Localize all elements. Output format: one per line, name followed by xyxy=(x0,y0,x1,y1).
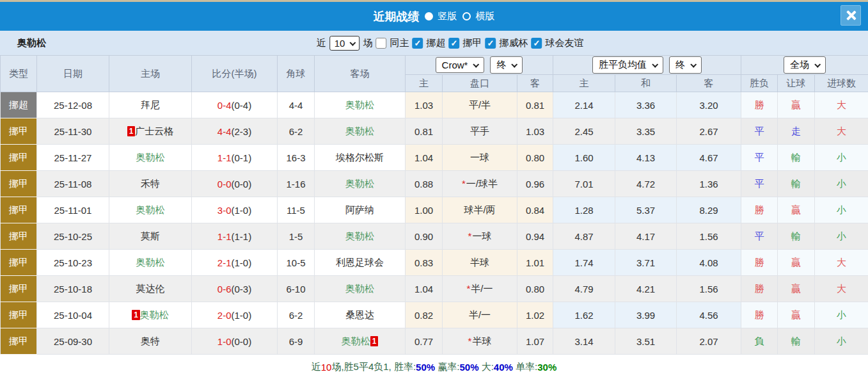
lose-odds-cell: 4.67 xyxy=(677,145,741,171)
odds-time-select[interactable]: 终 xyxy=(490,56,523,74)
team-link[interactable]: 莫斯 xyxy=(141,230,160,241)
corner-cell: 11-5 xyxy=(278,197,315,223)
radio-unselected-icon[interactable] xyxy=(462,12,471,20)
team-link[interactable]: 莫达伦 xyxy=(136,283,165,294)
home-team-cell: 1广士云格 xyxy=(109,118,192,145)
league-type-cell: 挪甲 xyxy=(1,145,37,171)
match-result-cell: 勝 xyxy=(741,250,778,276)
recent-count-select[interactable]: 10 xyxy=(329,36,360,51)
handicap-cell: 半/一 xyxy=(443,302,517,328)
match-result-cell: 勝 xyxy=(741,276,778,302)
lose-odds-cell: 1.56 xyxy=(677,223,741,250)
home-team-cell: 拜尼 xyxy=(109,92,192,118)
lose-odds-cell: 8.29 xyxy=(677,197,741,223)
league-type-cell: 挪甲 xyxy=(1,197,37,223)
col-header-score: 比分(半场) xyxy=(192,56,278,92)
league-label-nocup: 挪威杯 xyxy=(499,37,528,49)
recent-label: 近 xyxy=(317,37,326,49)
scope-select[interactable]: 全场 xyxy=(784,56,826,74)
team-link[interactable]: 奥勒松 xyxy=(345,283,374,294)
match-result-cell: 平 xyxy=(741,118,778,145)
handicap-result-cell: 贏 xyxy=(778,92,815,118)
league-checkbox-nosuper[interactable]: ✓ xyxy=(412,38,423,49)
handicap-cell: *一球 xyxy=(443,223,517,250)
home-odds-cell: 1.03 xyxy=(406,92,443,118)
league-checkbox-nofirst[interactable]: ✓ xyxy=(448,38,459,49)
draw-odds-cell: 4.17 xyxy=(615,223,677,250)
home-team-cell: 1奥勒松 xyxy=(109,302,192,328)
home-odds-cell: 1.04 xyxy=(406,145,443,171)
sub-header-away-odds: 客 xyxy=(517,75,553,92)
date-cell: 25-10-18 xyxy=(37,276,109,302)
lose-odds-cell: 4.08 xyxy=(677,250,741,276)
team-link[interactable]: 奥勒松 xyxy=(136,257,165,268)
team-link[interactable]: 阿萨纳 xyxy=(345,204,374,215)
win-odds-cell: 2.45 xyxy=(553,118,615,145)
home-odds-cell: 0.90 xyxy=(406,223,443,250)
handicap-result-cell: 贏 xyxy=(778,302,815,328)
score-cell: 2-0(1-0) xyxy=(192,302,278,328)
handicap-result-cell: 輸 xyxy=(778,223,815,250)
europe-odds-value: 胜平负均值 xyxy=(599,59,647,71)
same-home-checkbox[interactable] xyxy=(375,38,386,49)
table-row: 挪甲25-11-301广士云格4-4(2-3)6-2奥勒松0.81平手1.032… xyxy=(1,118,868,145)
corner-cell: 6-2 xyxy=(278,118,315,145)
page-title: 近期战绩 xyxy=(374,9,420,24)
goals-result-cell: 大 xyxy=(815,92,868,118)
team-link[interactable]: 奥勒松 xyxy=(345,230,374,241)
sub-header-lose: 客 xyxy=(677,75,741,92)
radio-selected-icon[interactable] xyxy=(425,12,433,20)
team-link[interactable]: 利恩足球会 xyxy=(336,257,384,268)
chevron-down-icon xyxy=(814,61,821,68)
check-icon: ✓ xyxy=(533,39,540,47)
close-button[interactable] xyxy=(840,5,861,26)
sub-header-home-odds: 主 xyxy=(406,75,443,92)
league-label-nosuper: 挪超 xyxy=(426,37,445,49)
col-header-away: 客场 xyxy=(315,56,406,92)
date-cell: 25-11-30 xyxy=(37,118,109,145)
team-link[interactable]: 奥勒松 xyxy=(342,335,370,346)
league-checkbox-nocup[interactable]: ✓ xyxy=(485,38,496,49)
team-link[interactable]: 桑恩达 xyxy=(345,309,374,320)
team-link[interactable]: 拜尼 xyxy=(141,99,160,110)
sub-header-win: 主 xyxy=(553,75,615,92)
league-checkbox-friendly[interactable]: ✓ xyxy=(531,38,542,49)
home-team-cell: 奥勒松 xyxy=(109,250,192,276)
team-link[interactable]: 广士云格 xyxy=(135,125,173,136)
team-link[interactable]: 埃格尔松斯 xyxy=(336,152,384,163)
lose-odds-cell: 3.20 xyxy=(677,92,741,118)
win-odds-cell: 4.79 xyxy=(553,276,615,302)
goals-result-cell: 小 xyxy=(815,145,868,171)
team-link[interactable]: 奥勒松 xyxy=(136,204,165,215)
radio-vertical-label[interactable]: 竖版 xyxy=(438,10,457,22)
europe-time-select[interactable]: 终 xyxy=(669,56,702,74)
team-link[interactable]: 奥勒松 xyxy=(345,99,374,110)
europe-odds-select[interactable]: 胜平负均值 xyxy=(592,56,663,74)
home-team-cell: 奥勒松 xyxy=(109,145,192,171)
chevron-down-icon xyxy=(690,61,697,68)
win-odds-cell: 7.01 xyxy=(553,171,615,197)
league-type-cell: 挪甲 xyxy=(1,118,37,145)
team-link[interactable]: 禾特 xyxy=(141,178,160,189)
team-link[interactable]: 奥勒松 xyxy=(136,152,165,163)
scope-value: 全场 xyxy=(790,59,809,71)
sub-header-goals: 进球数 xyxy=(815,75,868,92)
away-team-cell: 埃格尔松斯 xyxy=(315,145,406,171)
away-odds-cell: 0.80 xyxy=(517,276,553,302)
league-type-cell: 挪超 xyxy=(1,92,37,118)
date-cell: 25-11-08 xyxy=(37,171,109,197)
team-link[interactable]: 奥勒松 xyxy=(345,178,374,189)
bookmaker-select[interactable]: Crow* xyxy=(436,57,485,73)
date-cell: 25-10-04 xyxy=(37,302,109,328)
team-link[interactable]: 奥勒松 xyxy=(140,309,169,320)
away-team-cell: 利恩足球会 xyxy=(315,250,406,276)
close-icon xyxy=(845,10,856,21)
recent-count-value: 10 xyxy=(335,38,345,49)
summary-segment: 40% xyxy=(494,362,513,373)
team-link[interactable]: 奥勒松 xyxy=(345,125,374,136)
radio-horizontal-label[interactable]: 横版 xyxy=(476,10,495,22)
team-link[interactable]: 奥特 xyxy=(141,335,160,346)
match-result-cell: 勝 xyxy=(741,92,778,118)
europe-odds-header: 胜平负均值 终 xyxy=(553,56,741,75)
check-icon: ✓ xyxy=(487,39,494,47)
